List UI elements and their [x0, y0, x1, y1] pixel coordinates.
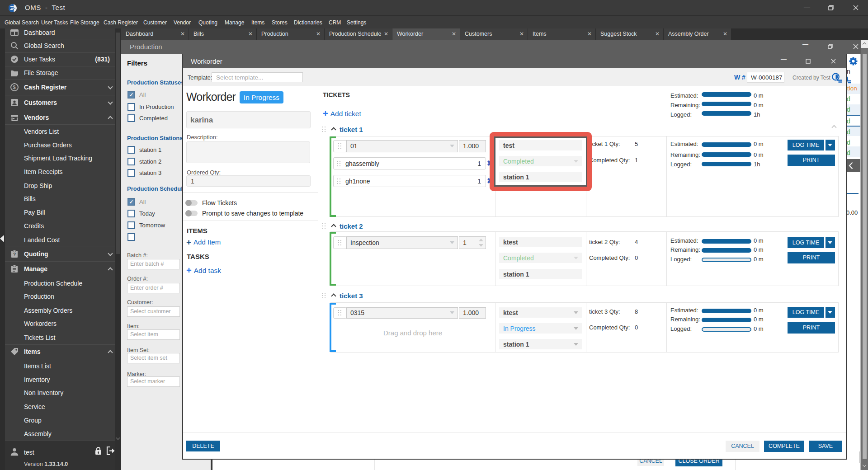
svg-text:$: $	[13, 85, 16, 90]
svg-text:?: ?	[13, 252, 16, 257]
